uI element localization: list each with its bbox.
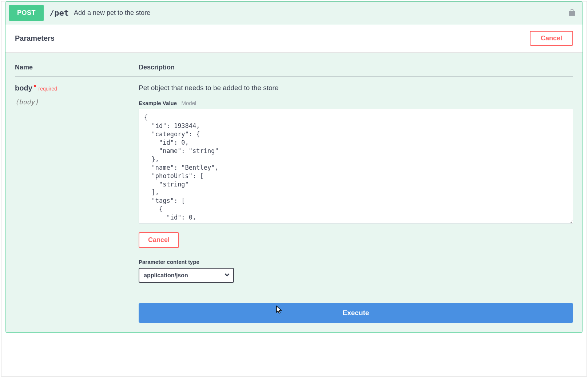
- http-method-badge: POST: [9, 5, 44, 21]
- cancel-body-button[interactable]: Cancel: [139, 232, 179, 248]
- request-body-textarea[interactable]: [139, 109, 573, 224]
- content-type-label: Parameter content type: [139, 259, 573, 265]
- endpoint-summary: Add a new pet to the store: [74, 9, 150, 17]
- column-header-name: Name: [15, 64, 139, 71]
- required-label: required: [38, 86, 57, 92]
- endpoint-path: /pet: [49, 8, 69, 17]
- required-star: *: [34, 84, 36, 90]
- unlock-icon[interactable]: [568, 8, 576, 18]
- execute-button[interactable]: Execute: [139, 303, 573, 323]
- parameters-body: Name Description body* required (body) P…: [5, 53, 583, 332]
- parameter-row: body* required (body) Pet object that ne…: [15, 84, 573, 323]
- parameters-title: Parameters: [15, 34, 55, 43]
- operation-summary[interactable]: POST /pet Add a new pet to the store: [5, 2, 583, 24]
- tab-example-value[interactable]: Example Value: [139, 100, 177, 106]
- parameter-location: (body): [15, 98, 139, 106]
- content-type-select[interactable]: application/json: [139, 268, 234, 283]
- content-type-select-wrapper: application/json: [139, 268, 234, 283]
- tab-model[interactable]: Model: [182, 100, 196, 106]
- column-header-description: Description: [139, 64, 573, 71]
- parameter-description: Pet object that needs to be added to the…: [139, 84, 573, 92]
- parameter-name: body: [15, 84, 32, 92]
- operation-block: POST /pet Add a new pet to the store Par…: [5, 1, 583, 333]
- cancel-button[interactable]: Cancel: [530, 31, 573, 46]
- parameters-header: Parameters Cancel: [5, 24, 583, 53]
